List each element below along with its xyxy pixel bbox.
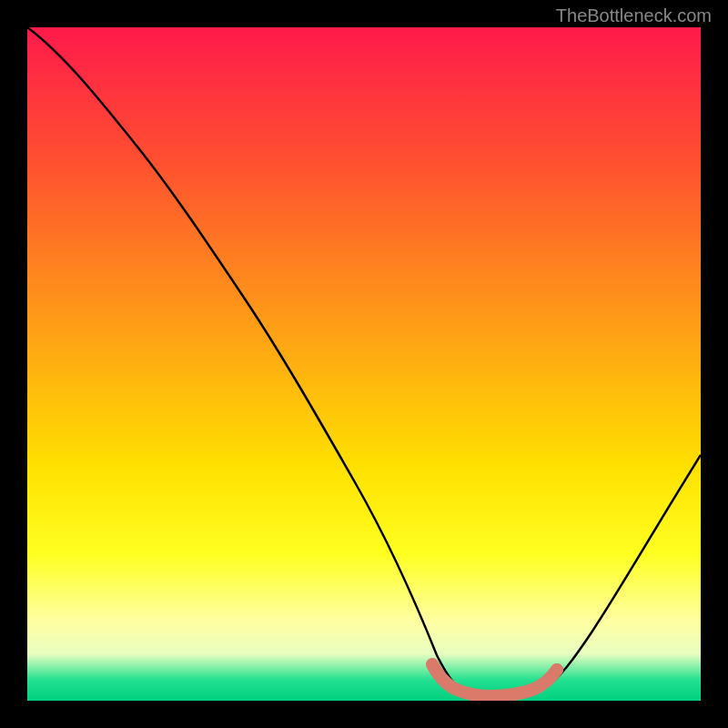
bottleneck-curve <box>27 27 701 696</box>
chart-container: TheBottleneck.com <box>0 0 728 728</box>
watermark-text: TheBottleneck.com <box>556 5 712 26</box>
marker-dot-right <box>551 663 563 676</box>
marker-dot-left <box>427 659 438 670</box>
curve-svg <box>27 27 701 701</box>
optimal-range-marker <box>432 664 557 696</box>
plot-area <box>27 27 701 701</box>
